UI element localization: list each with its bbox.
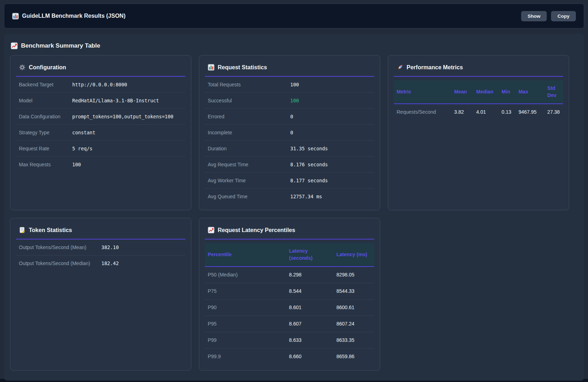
cell-max: 9467.95 <box>516 104 545 120</box>
row-label: Total Requests <box>208 82 290 87</box>
stat-row-total-requests: Total Requests 100 <box>205 77 374 93</box>
table-row-p50: P50 (Median) 8.298 8298.05 <box>205 267 374 283</box>
cell-latency-seconds: 8.607 <box>286 316 333 332</box>
col-header: Median <box>473 80 499 104</box>
cards-grid: Configuration Backend Target http://0.0.… <box>10 55 578 371</box>
cell-metric: Requests/Second <box>394 104 451 120</box>
row-label: Errored <box>208 114 290 119</box>
cell-latency-ms: 8607.24 <box>334 316 374 332</box>
table-row-p99-9: P99.9 8.660 8659.86 <box>205 348 374 365</box>
col-header: Max <box>516 80 545 104</box>
cell-latency-ms: 8600.61 <box>334 299 374 316</box>
row-label: Data Configuration <box>19 114 72 119</box>
cell-latency-seconds: 8.633 <box>286 332 333 348</box>
section-title-wrap: Benchmark Summary Table <box>11 42 578 49</box>
performance-metrics-card-title: Performance Metrics <box>394 61 563 77</box>
card-title-text: Performance Metrics <box>407 64 463 71</box>
col-header: Latency (seconds) <box>286 243 333 267</box>
card-title-text: Request Statistics <box>218 64 267 71</box>
table-row-p99: P99 8.633 8633.35 <box>205 332 374 348</box>
row-value: http://0.0.0.0:8000 <box>72 82 127 87</box>
row-label: Strategy Type <box>19 130 72 135</box>
row-label: Avg Queued Time <box>208 194 290 199</box>
row-label: Incomplete <box>208 130 290 135</box>
cell-median: 4.01 <box>473 104 499 120</box>
cell-latency-ms: 8298.05 <box>334 267 374 283</box>
latency-percentiles-card-title: Request Latency Percentiles <box>205 224 374 240</box>
config-row-backend-target: Backend Target http://0.0.0.0:8000 <box>16 77 185 93</box>
section-title: Benchmark Summary Table <box>21 42 100 49</box>
row-value: 0 <box>290 114 293 119</box>
row-value: 382.10 <box>101 244 119 250</box>
col-header: Mean <box>451 80 473 104</box>
request-statistics-card-title: Request Statistics <box>205 61 374 77</box>
show-button[interactable]: Show <box>521 11 547 21</box>
row-value: 100 <box>72 162 81 167</box>
stat-row-avg-worker-time: Avg Worker Time 8.177 seconds <box>205 173 374 189</box>
table-row-p90: P90 8.601 8600.61 <box>205 299 374 316</box>
col-header: Metric <box>394 80 451 104</box>
table-header-row: Percentile Latency (seconds) Latency (ms… <box>205 243 374 267</box>
header-actions: Show Copy <box>521 11 576 21</box>
performance-metrics-table: Metric Mean Median Min Max Std Dev Reque… <box>394 80 563 120</box>
cell-mean: 3.82 <box>451 104 473 120</box>
request-statistics-card: Request Statistics Total Requests 100 Su… <box>199 55 380 210</box>
stat-row-avg-queued-time: Avg Queued Time 12757.34 ms <box>205 189 374 204</box>
performance-metrics-card: Performance Metrics Metric Mean Median M… <box>388 55 569 210</box>
stat-row-incomplete: Incomplete 0 <box>205 125 374 141</box>
token-statistics-card-title: Token Statistics <box>16 224 185 240</box>
card-title-text: Configuration <box>29 64 66 71</box>
table-row-p95: P95 8.607 8607.24 <box>205 316 374 332</box>
cell-percentile: P90 <box>205 299 286 316</box>
latency-percentiles-table: Percentile Latency (seconds) Latency (ms… <box>205 243 374 365</box>
token-row-mean: Output Tokens/Second (Mean) 382.10 <box>16 240 185 255</box>
row-value: 0 <box>290 130 293 135</box>
row-label: Output Tokens/Second (Mean) <box>19 244 101 250</box>
cell-latency-seconds: 8.544 <box>286 283 333 299</box>
table-row-p75: P75 8.544 8544.33 <box>205 283 374 299</box>
config-row-strategy-type: Strategy Type constant <box>16 125 185 141</box>
latency-percentiles-card: Request Latency Percentiles Percentile L… <box>199 218 380 371</box>
cell-latency-seconds: 8.298 <box>286 267 333 283</box>
row-label: Request Rate <box>19 146 72 151</box>
rocket-icon <box>397 64 403 71</box>
row-value: 182.42 <box>101 260 119 266</box>
row-value: 12757.34 ms <box>290 194 322 199</box>
cell-percentile: P99.9 <box>205 348 286 365</box>
cell-percentile: P50 (Median) <box>205 267 286 283</box>
stat-row-avg-request-time: Avg Request Time 8.176 seconds <box>205 157 374 173</box>
cell-latency-ms: 8659.86 <box>334 348 374 365</box>
cell-latency-ms: 8633.35 <box>334 332 374 348</box>
copy-button[interactable]: Copy <box>551 11 576 21</box>
row-label: Model <box>19 98 72 103</box>
card-title-text: Request Latency Percentiles <box>218 227 295 233</box>
configuration-card-title: Configuration <box>16 61 185 77</box>
configuration-card: Configuration Backend Target http://0.0.… <box>10 55 191 210</box>
row-value: 31.35 seconds <box>290 146 328 151</box>
bar-chart-icon <box>12 13 19 20</box>
chart-increasing-icon <box>208 227 214 233</box>
row-value: 8.176 seconds <box>290 162 328 167</box>
row-value: RedHatAI/Llama-3.1-8B-Instruct <box>72 98 159 103</box>
row-value: constant <box>72 130 95 135</box>
row-value: 8.177 seconds <box>290 178 328 183</box>
config-row-request-rate: Request Rate 5 req/s <box>16 141 185 157</box>
cell-std-dev: 27.38 <box>545 104 563 120</box>
header-bar: GuideLLM Benchmark Results (JSON) Show C… <box>4 4 584 28</box>
grid-empty-cell <box>388 218 569 371</box>
configuration-rows: Backend Target http://0.0.0.0:8000 Model… <box>16 77 185 172</box>
stat-row-errored: Errored 0 <box>205 109 374 125</box>
col-header: Min <box>499 80 516 104</box>
gear-icon <box>19 64 26 71</box>
request-statistics-rows: Total Requests 100 Successful 100 Errore… <box>205 77 374 204</box>
row-value: prompt_tokens=100,output_tokens=100 <box>72 114 173 119</box>
row-value-success: 100 <box>290 98 299 103</box>
page: GuideLLM Benchmark Results (JSON) Show C… <box>0 0 588 379</box>
config-row-data-configuration: Data Configuration prompt_tokens=100,out… <box>16 109 185 125</box>
row-label: Max Requests <box>19 162 72 167</box>
bar-chart-icon <box>208 64 214 71</box>
memo-icon <box>19 227 26 233</box>
table-row-requests-per-second: Requests/Second 3.82 4.01 0.13 9467.95 2… <box>394 104 563 120</box>
stat-row-successful: Successful 100 <box>205 93 374 109</box>
stat-row-duration: Duration 31.35 seconds <box>205 141 374 157</box>
